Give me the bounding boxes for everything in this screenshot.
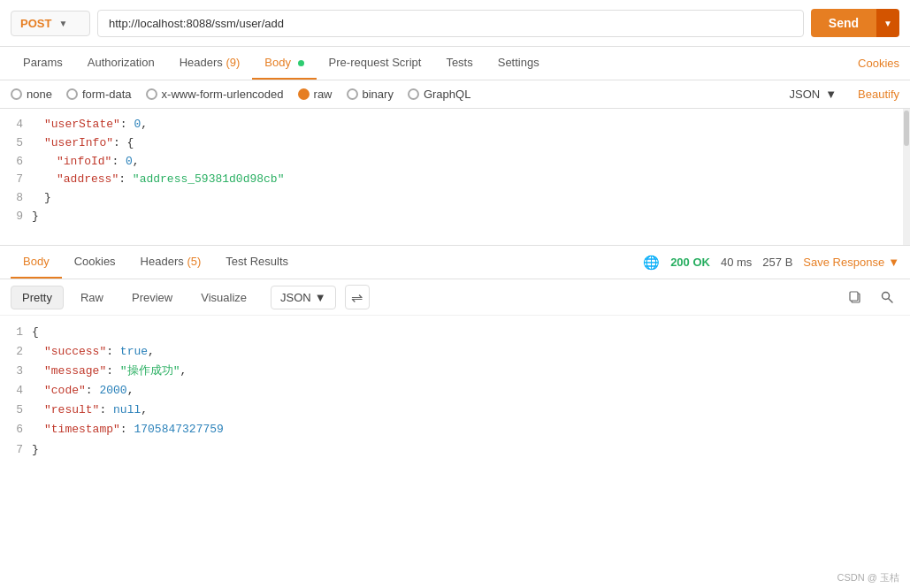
- response-body-viewer: 1 { 2 "success": true, 3 "message": "操作成…: [0, 316, 910, 501]
- response-time: 40 ms: [721, 256, 752, 269]
- resp-line-3: 3 "message": "操作成功",: [0, 362, 910, 381]
- send-dropdown-button[interactable]: ▼: [876, 9, 899, 37]
- radio-raw[interactable]: [298, 88, 310, 100]
- option-urlencoded[interactable]: x-www-form-urlencoded: [146, 88, 284, 101]
- tab-headers[interactable]: Headers (9): [167, 47, 253, 80]
- req-linecontent-4: "userState": 0,: [32, 116, 910, 134]
- tab-authorization[interactable]: Authorization: [75, 47, 167, 80]
- resp-linecontent-5: "result": null,: [32, 401, 910, 420]
- req-line-5: 5 "userInfo": {: [0, 134, 910, 153]
- resp-linenum-5: 5: [0, 401, 32, 420]
- method-arrow: ▼: [58, 19, 67, 28]
- option-raw-label: raw: [314, 88, 333, 101]
- radio-graphql[interactable]: [408, 88, 419, 100]
- response-json-arrow: ▼: [315, 291, 326, 304]
- req-linenum-9: 9: [0, 208, 32, 226]
- body-dot: [298, 60, 304, 66]
- req-linenum-8: 8: [0, 189, 32, 208]
- save-response-arrow: ▼: [888, 256, 899, 269]
- resp-linecontent-7: }: [32, 440, 910, 460]
- option-none[interactable]: none: [11, 88, 52, 101]
- req-linenum-7: 7: [0, 171, 32, 189]
- option-binary-label: binary: [363, 88, 394, 101]
- send-button[interactable]: Send: [811, 9, 876, 37]
- resp-line-5: 5 "result": null,: [0, 401, 910, 420]
- save-response-button[interactable]: Save Response ▼: [803, 256, 899, 269]
- resp-tab-body[interactable]: Body: [11, 246, 62, 279]
- format-preview[interactable]: Preview: [120, 286, 184, 309]
- radio-binary[interactable]: [347, 88, 358, 100]
- format-visualize[interactable]: Visualize: [189, 286, 258, 309]
- copy-response-button[interactable]: [843, 285, 868, 309]
- search-icon: [880, 290, 894, 304]
- request-nav-tabs: Params Authorization Headers (9) Body Pr…: [0, 47, 910, 80]
- globe-icon: 🌐: [643, 255, 660, 271]
- req-linecontent-7: "address": "address_59381d0d98cb": [32, 171, 910, 189]
- search-response-button[interactable]: [875, 285, 899, 309]
- response-format-bar: Pretty Raw Preview Visualize JSON ▼ ⇌: [0, 279, 910, 316]
- response-size: 257 B: [762, 256, 792, 269]
- radio-form-data[interactable]: [66, 88, 78, 100]
- request-scrollbar[interactable]: [903, 109, 910, 245]
- url-bar: POST ▼ Send ▼: [0, 0, 910, 47]
- format-pretty[interactable]: Pretty: [11, 286, 64, 309]
- response-json-select[interactable]: JSON ▼: [271, 286, 336, 309]
- copy-icon: [848, 290, 862, 304]
- save-response-label: Save Response: [803, 256, 884, 269]
- req-linenum-6: 6: [0, 153, 32, 172]
- resp-linecontent-3: "message": "操作成功",: [32, 362, 910, 381]
- resp-tab-test-results[interactable]: Test Results: [213, 246, 301, 279]
- tab-body[interactable]: Body: [252, 47, 316, 80]
- method-select[interactable]: POST ▼: [11, 11, 90, 36]
- request-body-editor[interactable]: 4 "userState": 0, 5 "userInfo": { 6 "inf…: [0, 109, 910, 246]
- resp-linenum-7: 7: [0, 440, 32, 460]
- option-graphql-label: GraphQL: [424, 88, 470, 101]
- resp-linecontent-4: "code": 2000,: [32, 381, 910, 401]
- resp-linenum-1: 1: [0, 323, 32, 342]
- option-none-label: none: [27, 88, 52, 101]
- tab-tests[interactable]: Tests: [433, 47, 485, 80]
- body-options: none form-data x-www-form-urlencoded raw…: [0, 80, 910, 109]
- response-json-label: JSON: [280, 291, 311, 304]
- wrap-button[interactable]: ⇌: [345, 285, 370, 309]
- request-scrollbar-thumb: [904, 111, 909, 146]
- tab-settings[interactable]: Settings: [486, 47, 552, 80]
- resp-line-2: 2 "success": true,: [0, 342, 910, 362]
- resp-tab-headers[interactable]: Headers (5): [128, 246, 214, 279]
- resp-line-6: 6 "timestamp": 1705847327759: [0, 420, 910, 439]
- svg-point-2: [883, 293, 890, 300]
- req-line-6: 6 "infoId": 0,: [0, 153, 910, 172]
- option-form-data[interactable]: form-data: [66, 88, 132, 101]
- req-linecontent-8: }: [32, 189, 910, 208]
- option-form-data-label: form-data: [82, 88, 132, 101]
- cookies-link[interactable]: Cookies: [858, 48, 899, 79]
- resp-linenum-3: 3: [0, 362, 32, 381]
- resp-linecontent-1: {: [32, 323, 910, 342]
- tab-params[interactable]: Params: [11, 47, 75, 80]
- req-linecontent-6: "infoId": 0,: [32, 153, 910, 172]
- radio-none[interactable]: [11, 88, 22, 100]
- req-linenum-4: 4: [0, 116, 32, 134]
- url-input[interactable]: [97, 10, 804, 37]
- option-urlencoded-label: x-www-form-urlencoded: [162, 88, 284, 101]
- resp-linecontent-2: "success": true,: [32, 342, 910, 362]
- json-type-label: JSON: [789, 88, 820, 101]
- beautify-button[interactable]: Beautify: [858, 88, 899, 101]
- req-line-9: 9 }: [0, 208, 910, 226]
- option-raw[interactable]: raw: [298, 88, 333, 101]
- req-line-4: 4 "userState": 0,: [0, 116, 910, 134]
- format-raw[interactable]: Raw: [69, 286, 115, 309]
- option-graphql[interactable]: GraphQL: [408, 88, 470, 101]
- tab-pre-request-script[interactable]: Pre-request Script: [317, 47, 434, 80]
- option-binary[interactable]: binary: [347, 88, 394, 101]
- req-linenum-5: 5: [0, 134, 32, 153]
- svg-rect-1: [850, 292, 858, 301]
- resp-linenum-6: 6: [0, 420, 32, 439]
- json-type-arrow: ▼: [825, 88, 837, 101]
- response-nav-tabs: Body Cookies Headers (5) Test Results 🌐 …: [0, 246, 910, 279]
- req-line-8: 8 }: [0, 189, 910, 208]
- resp-tab-cookies[interactable]: Cookies: [62, 246, 128, 279]
- radio-urlencoded[interactable]: [146, 88, 157, 100]
- json-type-select[interactable]: JSON ▼: [789, 88, 837, 101]
- req-linecontent-9: }: [32, 208, 910, 226]
